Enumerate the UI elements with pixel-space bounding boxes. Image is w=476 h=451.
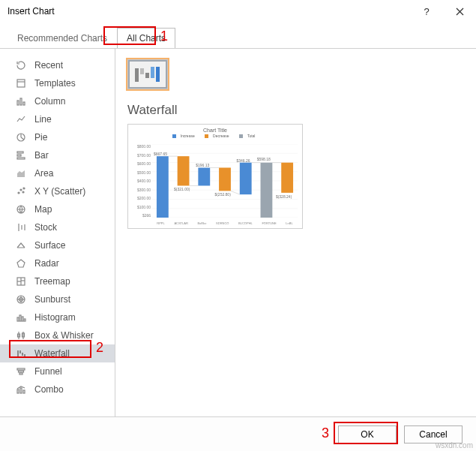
svg-rect-41: [19, 371, 24, 372]
tab-recommended-charts[interactable]: Recommended Charts: [7, 28, 117, 49]
sidebar-item-label: X Y (Scatter): [34, 186, 85, 197]
area-icon: [15, 167, 27, 179]
sidebar-item-label: Column: [34, 96, 65, 107]
window-title: Insert Chart: [7, 6, 55, 17]
svg-rect-49: [151, 67, 154, 78]
sidebar-item-radar[interactable]: Radar: [0, 254, 115, 272]
sunburst-icon: [15, 293, 27, 305]
histogram-icon: [15, 311, 27, 323]
svg-rect-29: [19, 315, 21, 321]
sidebar-item-line[interactable]: Line: [0, 110, 115, 128]
svg-rect-62: [198, 167, 210, 185]
ok-button[interactable]: OK: [338, 425, 397, 443]
radar-icon: [15, 257, 27, 269]
svg-rect-37: [19, 350, 21, 353]
svg-rect-38: [22, 353, 23, 356]
svg-rect-5: [20, 98, 22, 105]
cancel-button[interactable]: Cancel: [404, 425, 463, 443]
sidebar-item-label: Area: [34, 168, 53, 179]
chart-subtype-waterfall[interactable]: [127, 59, 168, 89]
svg-rect-64: [240, 163, 252, 194]
dialog-body: Recent Templates Column Line Pie Bar Are…: [0, 48, 476, 416]
sidebar-item-area[interactable]: Area: [0, 164, 115, 182]
column-icon: [15, 95, 27, 107]
svg-rect-39: [24, 354, 25, 357]
surface-icon: [15, 239, 27, 251]
watermark: wsxdn.com: [436, 441, 473, 449]
sidebar-item-label: Line: [34, 114, 52, 125]
scatter-icon: [15, 185, 27, 197]
chart-type-title: Waterfall: [127, 103, 464, 118]
svg-rect-44: [20, 388, 22, 393]
svg-rect-10: [17, 158, 25, 159]
data-label: $(252.80): [214, 192, 230, 197]
help-button[interactable]: ?: [410, 0, 443, 23]
sidebar-item-surface[interactable]: Surface: [0, 236, 115, 254]
svg-rect-2: [17, 80, 25, 87]
sidebar-item-stock[interactable]: Stock: [0, 218, 115, 236]
sidebar-item-label: Treemap: [34, 276, 70, 287]
svg-rect-40: [17, 368, 25, 370]
sidebar-item-label: Funnel: [34, 366, 62, 377]
sidebar-item-histogram[interactable]: Histogram: [0, 308, 115, 326]
recent-icon: [15, 59, 27, 71]
templates-icon: [15, 77, 27, 89]
svg-rect-28: [17, 317, 19, 321]
sidebar-item-scatter[interactable]: X Y (Scatter): [0, 182, 115, 200]
data-label: $346.26: [237, 158, 250, 163]
sidebar-item-label: Radar: [34, 258, 59, 269]
dialog-footer: OK Cancel: [0, 416, 476, 451]
svg-line-70: [231, 191, 240, 194]
sidebar-item-funnel[interactable]: Funnel: [0, 362, 115, 380]
sidebar-item-label: Combo: [34, 384, 64, 395]
close-button[interactable]: [443, 0, 476, 23]
sidebar-item-treemap[interactable]: Treemap: [0, 272, 115, 290]
combo-icon: [15, 383, 27, 395]
svg-rect-60: [157, 156, 169, 218]
svg-rect-30: [22, 317, 23, 321]
svg-point-11: [18, 192, 19, 194]
sidebar-item-sunburst[interactable]: Sunburst: [0, 290, 115, 308]
sidebar-item-column[interactable]: Column: [0, 92, 115, 110]
data-label: $196.13: [196, 163, 209, 167]
svg-marker-19: [17, 260, 25, 267]
map-icon: [15, 203, 27, 215]
svg-rect-36: [17, 350, 19, 357]
svg-rect-47: [140, 68, 144, 74]
sidebar-item-bar[interactable]: Bar: [0, 146, 115, 164]
callout-number-1: 1: [160, 29, 168, 44]
chart-subtype-row: [127, 59, 464, 89]
svg-rect-6: [23, 102, 25, 105]
box-whisker-icon: [15, 329, 27, 341]
svg-rect-9: [17, 155, 21, 156]
waterfall-icon: [15, 347, 27, 359]
svg-rect-4: [17, 101, 19, 105]
callout-number-2: 2: [96, 340, 103, 356]
chart-category-sidebar: Recent Templates Column Line Pie Bar Are…: [0, 49, 115, 416]
preview-legend: Increase Decrease Total: [128, 134, 302, 138]
sidebar-item-label: Stock: [34, 222, 57, 233]
preview-xaxis: RPPLACSTLARBaRbcSDRNCOBLCOPHLFORTUNELnBL: [152, 221, 298, 225]
data-label: $(328.24): [276, 194, 292, 199]
sidebar-item-combo[interactable]: Combo: [0, 380, 115, 398]
chart-preview[interactable]: Chart Title Increase Decrease Total $800…: [127, 124, 303, 229]
titlebar: Insert Chart ?: [0, 0, 476, 23]
sidebar-item-label: Waterfall: [34, 348, 70, 359]
sidebar-item-map[interactable]: Map: [0, 200, 115, 218]
svg-point-13: [22, 191, 24, 193]
stock-icon: [15, 221, 27, 233]
sidebar-item-label: Map: [34, 204, 52, 215]
sidebar-item-label: Histogram: [34, 312, 76, 323]
svg-rect-61: [178, 156, 190, 185]
sidebar-item-pie[interactable]: Pie: [0, 128, 115, 146]
data-label: $667.65: [154, 152, 167, 156]
sidebar-item-label: Bar: [34, 150, 49, 161]
svg-rect-65: [261, 163, 273, 218]
sidebar-item-label: Sunburst: [34, 294, 70, 305]
sidebar-item-templates[interactable]: Templates: [0, 74, 115, 92]
sidebar-item-label: Recent: [34, 60, 63, 71]
sidebar-item-recent[interactable]: Recent: [0, 56, 115, 74]
data-label: $(321.00): [174, 187, 190, 191]
bar-icon: [15, 149, 27, 161]
svg-point-14: [23, 188, 25, 189]
